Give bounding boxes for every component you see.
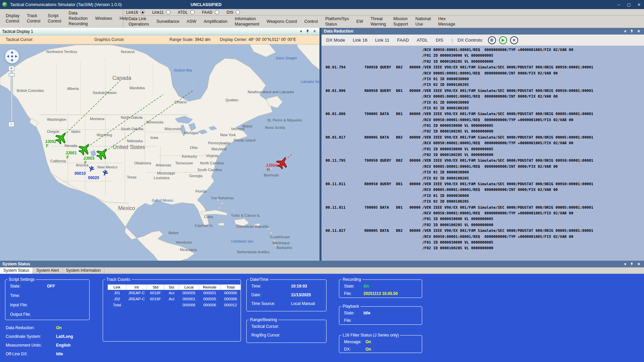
pan-center-icon[interactable] [11, 55, 13, 57]
ribbon-tab-weapons-coord[interactable]: Weapons Coord [263, 18, 301, 25]
log-cont-line: /FIX 01 ID 0000030000 [321, 76, 644, 82]
ribbon-tab-row: Data Link OperationsSurveillanceASWAmpli… [123, 16, 644, 28]
radio-circle-icon[interactable] [190, 10, 195, 14]
tab-system-information[interactable]: System Information [63, 267, 104, 274]
dx-message-log[interactable]: /RCV 00950:00001:00001/REQ 0000000000/TY… [321, 46, 644, 261]
ribbon-tab-asw[interactable]: ASW [183, 18, 200, 25]
ribbon-tab-information-management[interactable]: Information Management [231, 16, 263, 28]
track-suffix: F [65, 155, 77, 160]
system-status-header: System Status ▾✕ [0, 261, 644, 267]
ribbon-tab-hex-message[interactable]: Hex Message [435, 16, 459, 28]
status-value: 10:19:03 [291, 284, 307, 289]
log-cont-line: /F02 ID 0000100205 VL 0000000000 [321, 222, 644, 228]
log-text: /F01 ID 0000030000 VL 0000000005 [422, 240, 493, 245]
zoom-slider-track[interactable] [11, 71, 13, 122]
menu-item-track-control[interactable]: Track Control [23, 12, 44, 25]
link-radio-faad[interactable]: FAAD [202, 10, 219, 15]
log-header-line: 00.11.827R00005 DATAD0200000/VER IEEE V9… [321, 228, 644, 234]
dx-mode-link-16[interactable]: Link 16 [353, 38, 367, 43]
track-counts-header-link: Link [108, 285, 126, 290]
zoom-slider-handle[interactable] [9, 73, 15, 76]
ribbon-tab-ew[interactable]: EW [353, 18, 367, 25]
ribbon-tab-national-use[interactable]: National Use [412, 16, 435, 28]
minimize-button[interactable]: – [614, 0, 624, 9]
map-pan-control[interactable] [5, 49, 19, 64]
log-cont-line: /RCV 00005:00001:00001/REQ 0000000000/IN… [321, 187, 644, 193]
status-label: File: [344, 318, 352, 323]
status-label: Coordinate System: [6, 334, 41, 339]
ribbon-tab-threat-warning[interactable]: Threat Warning [367, 16, 390, 28]
status-row-input-file: Input File: [7, 302, 87, 311]
dx-mode-faad[interactable]: FAAD [397, 38, 409, 43]
system-status-panel: System Status ▾✕ System StatusSystem Ale… [0, 261, 644, 362]
ribbon-tab-surveillance[interactable]: Surveillance [153, 18, 183, 25]
panel-header-buttons: ▾✕ [624, 30, 642, 33]
dx-mode-link-11[interactable]: Link 11 [375, 38, 390, 43]
pan-down-icon[interactable] [11, 59, 13, 62]
dx-mode-dx-mode[interactable]: DX Mode [326, 38, 345, 43]
status-label: DX: [344, 347, 351, 352]
dx-play-button[interactable] [499, 36, 507, 44]
log-cont-line: /F01 ID 0000030000 VL 0000000005 [321, 53, 644, 59]
panel-pin-button[interactable] [630, 262, 633, 266]
log-cont-line: /RCV 00005:00001:00001/REQ 0000000000/IN… [321, 71, 644, 76]
map-zoom-slider: + − [8, 66, 14, 127]
maximize-button[interactable]: ▢ [624, 0, 634, 9]
dx-stop-button[interactable]: ✕ [510, 36, 518, 44]
ribbon-tab-control[interactable]: Control [301, 18, 321, 25]
track-counts-cell: Act [164, 290, 179, 296]
ribbon-tab-data-link-operations[interactable]: Data Link Operations [125, 16, 153, 28]
panel-close-button[interactable]: ✕ [637, 30, 640, 33]
panel-header-buttons: ▾✕ [624, 262, 642, 266]
ribbon-tab-mission-support[interactable]: Mission Support [390, 16, 412, 28]
radio-circle-icon[interactable] [236, 10, 240, 14]
zoom-in-button[interactable]: + [8, 66, 14, 71]
menu-item-script-control[interactable]: Script Control [44, 12, 65, 25]
pan-left-icon[interactable] [7, 55, 9, 58]
log-text: /VER IEEE V98/EX 001/FAM Simulate/SEC 00… [422, 89, 593, 93]
status-label: Time: [10, 293, 20, 298]
link-radio-link11[interactable]: Link11 [152, 10, 170, 15]
cursor-info-graphics-cursor: Graphics Cursor: [94, 37, 126, 42]
log-text: /VER IEEE V98/EX 001/FAM Simulate/SEC 00… [422, 228, 593, 233]
track-id: 00020 [88, 176, 99, 180]
radio-circle-icon[interactable] [215, 10, 219, 14]
dx-pause-button[interactable] [488, 36, 496, 44]
zoom-out-button[interactable]: − [8, 122, 14, 127]
dx-mode-dis[interactable]: DIS [436, 38, 443, 43]
status-row-coordinate-system: Coordinate System:Lat/Long [5, 333, 96, 342]
window-controls: – ▢ ✕ [614, 0, 644, 9]
panel-collapse-button[interactable]: ▾ [624, 30, 626, 33]
tab-system-alert[interactable]: System Alert [33, 267, 62, 274]
cursor-info-bar: Tactical Cursor: Graphics Cursor: Range … [0, 35, 319, 44]
panel-close-button[interactable]: ✕ [313, 30, 316, 33]
track-counts-cell [164, 302, 179, 308]
log-text: /FIX 01 ID 0000030000 [422, 170, 469, 174]
panel-close-button[interactable]: ✕ [637, 262, 640, 266]
pan-up-icon[interactable] [11, 51, 13, 53]
close-button[interactable]: ✕ [634, 0, 644, 9]
menu-item-display-control[interactable]: Display Control [2, 12, 23, 25]
track-counts-cell: J02 [108, 296, 126, 302]
log-cont-line: /FIX 02 ID 0000100205 [321, 106, 644, 111]
panel-collapse-button[interactable]: ▾ [624, 262, 626, 266]
ribbon-tab-amplification[interactable]: Amplification [200, 18, 231, 25]
panel-collapse-button[interactable]: ▾ [300, 30, 302, 33]
dx-mode-atdl[interactable]: ATDL [417, 38, 428, 43]
link-radio-atdl[interactable]: ATDL [178, 10, 195, 15]
track-counts-header-row: LinkIntStdStsLocalRemoteTotal [108, 285, 241, 290]
pan-right-icon[interactable] [15, 55, 17, 58]
panel-pin-button[interactable] [630, 30, 633, 33]
radio-circle-icon[interactable] [166, 10, 170, 14]
track-suffix: F [45, 144, 56, 148]
tab-system-status[interactable]: System Status [0, 267, 33, 274]
map-canvas[interactable]: CanadaUnited StatesMexicoNorthwest Terri… [0, 44, 319, 261]
menu-item-windows[interactable]: Windows [92, 15, 116, 22]
radio-circle-icon[interactable] [140, 10, 145, 14]
link-radio-dis[interactable]: DIS [227, 10, 240, 15]
menu-item-data-reduction-recording[interactable]: Data Reduction Recording [65, 10, 92, 28]
panel-pin-button[interactable] [306, 30, 309, 33]
link-radio-link16[interactable]: Link16 [126, 10, 145, 15]
status-value: English [56, 343, 70, 348]
ribbon-tab-platform-sys-status[interactable]: Platform/Sys Status [321, 16, 353, 28]
